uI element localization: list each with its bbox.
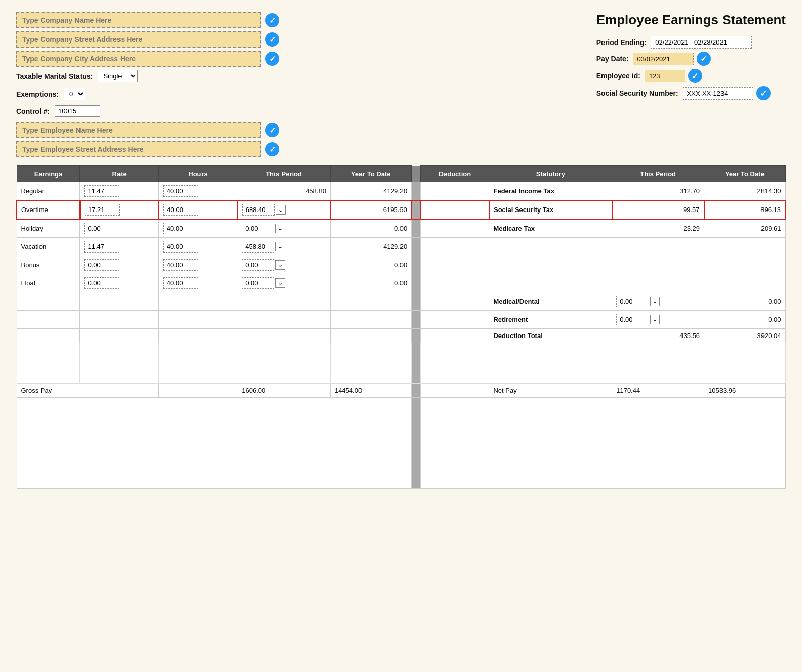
col-this-period-ded: This Period: [612, 166, 704, 182]
ded-ytd-1: 2814.30: [704, 182, 785, 201]
divider-footer: [412, 384, 421, 398]
page: ✓ ✓ ✓ Taxable Marital Status: Single Mar…: [0, 0, 802, 672]
dropdown-btn-float[interactable]: ⌄: [275, 278, 285, 288]
ded-statutory-3: Medicare Tax: [489, 219, 612, 238]
divider-11: [412, 363, 421, 384]
period-ending-input[interactable]: [651, 36, 752, 49]
control-row: Control #:: [16, 105, 279, 117]
earn-hours-holiday: [158, 219, 237, 238]
hours-input-bonus[interactable]: [163, 259, 198, 271]
col-ytd-earn: Year To Date: [330, 166, 411, 182]
dropdown-btn-holiday[interactable]: ⌄: [275, 224, 285, 233]
medical-input[interactable]: [616, 296, 649, 307]
empty-10d: [237, 343, 331, 363]
company-city-input[interactable]: [16, 51, 261, 67]
earn-period-bonus: ⌄: [237, 256, 331, 274]
dropdown-btn-vacation[interactable]: ⌄: [275, 242, 285, 251]
ded-ytd-4: [704, 238, 785, 256]
ded-label-empty-4: [421, 238, 489, 256]
hours-input-holiday[interactable]: [163, 223, 198, 234]
divider-2: [412, 200, 421, 219]
pay-date-row: Pay Date: ✓: [596, 52, 711, 66]
earn-ytd-vacation: 4129.20: [330, 238, 411, 256]
dropdown-btn-bonus[interactable]: ⌄: [275, 260, 285, 270]
period-input-float[interactable]: [242, 277, 274, 289]
company-name-input[interactable]: [16, 12, 261, 28]
table-row: Retirement ⌄ 0.00: [17, 311, 785, 329]
empty-10h: [612, 343, 704, 363]
ded-period-7: ⌄: [612, 292, 704, 311]
period-ending-row: Period Ending:: [596, 36, 752, 49]
ssn-row: Social Security Number: ✓: [596, 86, 771, 100]
gross-pay-empty: [158, 384, 237, 398]
table-row-empty-11: [17, 363, 785, 384]
rate-input-vacation[interactable]: [84, 241, 119, 253]
earn-empty-9a: [17, 329, 80, 343]
earn-empty-7e: [330, 292, 411, 311]
page-title: Employee Earnings Statement: [596, 12, 786, 28]
net-pay-ytd: 10533.96: [704, 384, 785, 398]
employee-id-input[interactable]: [645, 70, 685, 82]
net-pay-label: [421, 384, 489, 398]
retirement-input[interactable]: [616, 314, 649, 325]
company-street-input[interactable]: [16, 31, 261, 48]
employee-id-check: ✓: [688, 69, 702, 83]
ssn-input[interactable]: [683, 87, 753, 100]
period-input-vacation[interactable]: [242, 241, 274, 253]
ded-period-1: 312.70: [612, 182, 704, 201]
company-name-check: ✓: [265, 13, 279, 27]
ded-ytd-9: 3920.04: [704, 329, 785, 343]
period-ending-label: Period Ending:: [596, 38, 647, 47]
employee-name-input[interactable]: [16, 122, 261, 138]
earn-empty-8b: [80, 311, 158, 329]
earn-label-holiday: Holiday: [17, 219, 80, 238]
hours-input-overtime[interactable]: [163, 204, 198, 216]
earn-empty-8e: [330, 311, 411, 329]
earn-rate-regular: [80, 182, 158, 201]
earn-period-overtime: ⌄: [237, 200, 331, 219]
earn-label-bonus: Bonus: [17, 256, 80, 274]
medical-dropdown[interactable]: ⌄: [650, 297, 660, 306]
earn-empty-7d: [237, 292, 331, 311]
hours-input-regular[interactable]: [163, 185, 198, 197]
employee-street-input[interactable]: [16, 141, 261, 157]
table-row: Medical/Dental ⌄ 0.00: [17, 292, 785, 311]
hours-input-vacation[interactable]: [163, 241, 198, 253]
period-input-holiday[interactable]: [242, 223, 274, 234]
dropdown-btn-overtime[interactable]: ⌄: [276, 205, 286, 215]
pay-date-input[interactable]: [633, 53, 694, 65]
earn-empty-8a: [17, 311, 80, 329]
ded-statutory-9: Deduction Total: [489, 329, 612, 343]
earn-empty-8c: [158, 311, 237, 329]
employee-street-check: ✓: [265, 142, 279, 156]
col-statutory2: Statutory: [489, 166, 612, 182]
earn-period-regular: 458.80: [237, 182, 331, 201]
pay-date-label: Pay Date:: [596, 55, 629, 63]
divider-8: [412, 311, 421, 329]
gross-pay-label: Gross Pay: [17, 384, 158, 398]
earn-ytd-float: 0.00: [330, 274, 411, 292]
rate-input-overtime[interactable]: [85, 204, 120, 216]
retirement-dropdown[interactable]: ⌄: [650, 315, 660, 324]
earn-hours-bonus: [158, 256, 237, 274]
ssn-check: ✓: [756, 86, 771, 100]
exemptions-select[interactable]: 0 1 2: [64, 88, 85, 100]
divider-1: [412, 182, 421, 201]
control-input[interactable]: [55, 105, 100, 117]
gross-pay-this-period: 1606.00: [237, 384, 331, 398]
earn-ytd-overtime: 6195.60: [330, 200, 411, 219]
col-hours: Hours: [158, 166, 237, 182]
divider-6: [412, 274, 421, 292]
period-input-overtime[interactable]: [242, 204, 275, 216]
ded-period-8: ⌄: [612, 311, 704, 329]
ded-ytd-2: 896.13: [704, 200, 785, 219]
rate-input-regular[interactable]: [84, 185, 119, 197]
period-input-bonus[interactable]: [242, 259, 274, 271]
hours-input-float[interactable]: [163, 277, 198, 289]
col-rate: Rate: [80, 166, 158, 182]
rate-input-bonus[interactable]: [84, 259, 119, 271]
marital-status-select[interactable]: Single Married: [98, 70, 138, 82]
rate-input-float[interactable]: [84, 277, 119, 289]
ded-ytd-3: 209.61: [704, 219, 785, 238]
rate-input-holiday[interactable]: [84, 223, 119, 234]
